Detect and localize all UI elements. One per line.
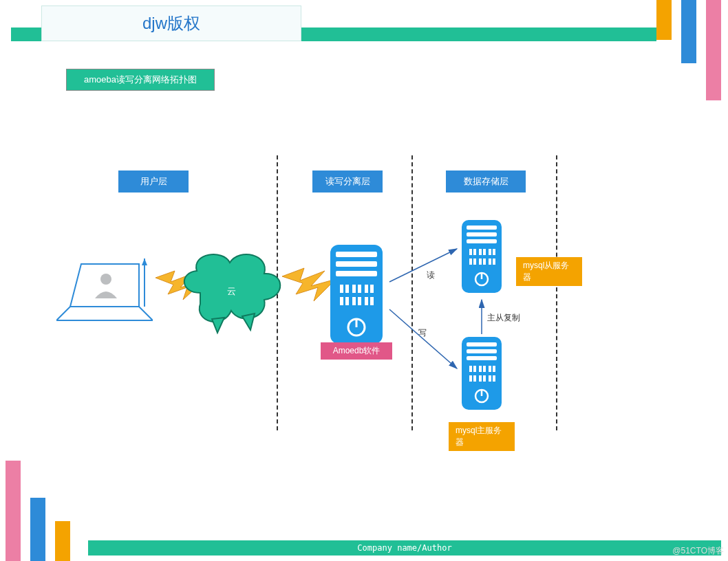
svg-marker-1 bbox=[142, 258, 147, 265]
decor-bar bbox=[55, 521, 70, 561]
decor-bar bbox=[30, 498, 45, 561]
decor-bar bbox=[6, 461, 21, 561]
svg-rect-21 bbox=[365, 297, 368, 305]
cloud-icon: 云 bbox=[176, 245, 286, 341]
diagram-title: amoeba读写分离网络拓扑图 bbox=[66, 69, 215, 91]
svg-rect-11 bbox=[340, 285, 343, 293]
decor-bar bbox=[656, 0, 672, 40]
watermark: @51CTO博客 bbox=[672, 545, 724, 557]
decor-bar bbox=[706, 0, 721, 100]
amoeba-label: Amoedb软件 bbox=[321, 342, 392, 360]
svg-rect-20 bbox=[358, 297, 361, 305]
svg-point-2 bbox=[100, 274, 111, 285]
footer-bar: Company name/Author bbox=[88, 540, 721, 556]
svg-rect-12 bbox=[345, 285, 349, 293]
edge-write: 写 bbox=[418, 327, 427, 339]
svg-rect-16 bbox=[370, 285, 374, 293]
svg-line-62 bbox=[389, 309, 457, 368]
mysql-master-label: mysql主服务器 bbox=[449, 422, 515, 451]
svg-rect-19 bbox=[352, 297, 356, 305]
copyright-title: djw版权 bbox=[41, 6, 301, 41]
svg-rect-9 bbox=[336, 261, 377, 267]
svg-rect-14 bbox=[358, 285, 361, 293]
svg-marker-5 bbox=[242, 314, 255, 330]
layer-readwrite: 读写分离层 bbox=[312, 170, 383, 192]
laptop-icon bbox=[56, 258, 153, 327]
server-amoeba-icon bbox=[328, 245, 385, 346]
decor-bar bbox=[681, 0, 696, 63]
edge-replicate: 主从复制 bbox=[487, 312, 520, 324]
svg-rect-18 bbox=[345, 297, 349, 305]
cloud-label: 云 bbox=[227, 286, 236, 296]
svg-rect-10 bbox=[336, 271, 377, 276]
edge-read: 读 bbox=[427, 270, 435, 281]
svg-rect-7 bbox=[330, 245, 383, 344]
layer-user: 用户层 bbox=[118, 170, 189, 192]
svg-rect-22 bbox=[370, 297, 374, 305]
svg-rect-8 bbox=[336, 252, 377, 257]
svg-rect-13 bbox=[352, 285, 356, 293]
edges bbox=[383, 220, 575, 426]
layer-storage: 数据存储层 bbox=[446, 170, 526, 192]
svg-marker-4 bbox=[212, 318, 224, 333]
svg-rect-17 bbox=[340, 297, 343, 305]
svg-rect-15 bbox=[365, 285, 368, 293]
svg-line-61 bbox=[389, 249, 457, 282]
